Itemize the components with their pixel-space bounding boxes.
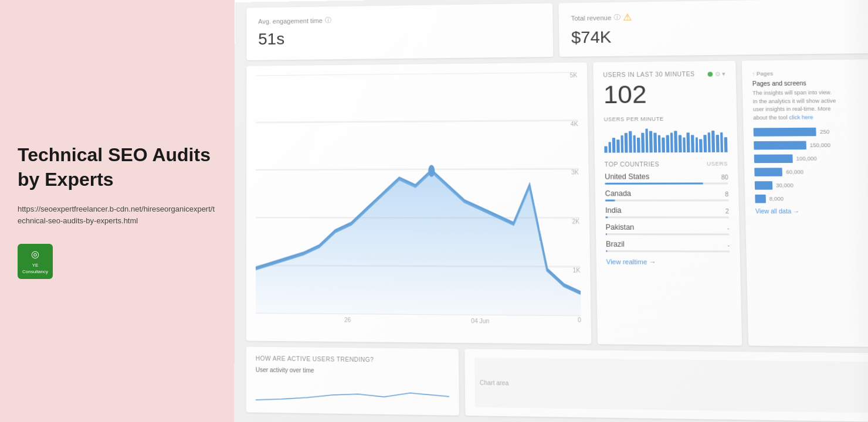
click-here-link[interactable]: click here [789, 114, 813, 120]
bar-mini-item [695, 137, 699, 152]
bar-mini-item [645, 128, 649, 152]
bar-mini-item [608, 142, 611, 153]
country-row: India 2 [605, 206, 729, 219]
bar-mini-item [670, 133, 674, 153]
bar-mini-item [666, 135, 670, 152]
bar-mini-item [633, 135, 636, 153]
h-bar [755, 195, 765, 203]
warning-icon: ⚠ [623, 12, 632, 23]
metric-value-engagement: 51s [258, 26, 541, 49]
logo-text: YE Consultancy [18, 262, 53, 275]
country-bar-bg [605, 199, 729, 201]
bar-mini-item [612, 138, 615, 153]
country-name: India [605, 206, 622, 215]
logo-icon: ◎ [31, 248, 39, 261]
metric-label-engagement: Avg. engagement time ⓘ [258, 13, 541, 26]
horizontal-bars: 250 150,000 100,000 60,000 30,000 8,000 [754, 127, 868, 203]
country-row: United States 80 [605, 172, 728, 185]
per-minute-bar-chart [604, 125, 728, 152]
left-panel: Technical SEO Audits by Experts https://… [0, 0, 235, 422]
bar-mini-item [641, 133, 645, 152]
view-realtime-link[interactable]: View realtime → [606, 258, 730, 266]
h-bar [754, 141, 806, 150]
bar-mini-item [674, 131, 678, 152]
chart-panel: 5K 4K 3K 2K 1K 0 [246, 62, 592, 344]
country-bar-bg [606, 233, 730, 235]
metric-value-revenue: $74K [571, 25, 868, 47]
country-count: - [727, 242, 730, 249]
horizontal-bar-row: 150,000 [754, 141, 868, 149]
main-content: 5K 4K 3K 2K 1K 0 [240, 59, 868, 347]
metric-card-revenue: Total revenue ⓘ ⚠ $74K [558, 0, 868, 57]
horizontal-bar-row: 8,000 [755, 195, 868, 203]
right-panel-subtitle: Pages and screens [752, 79, 868, 87]
h-bar [755, 181, 772, 190]
bar-mini-item [691, 135, 694, 152]
country-bar-fill [606, 233, 607, 235]
bar-mini-item [699, 139, 702, 152]
realtime-panel: USERS IN LAST 30 MINUTES ⊙ ▾ 102 USERS P… [593, 61, 742, 346]
svg-line-0 [256, 72, 577, 76]
right-panel-title: ↑ Pages [752, 69, 868, 77]
dashboard-container: Avg. engagement time ⓘ 51s Total revenue… [234, 0, 868, 422]
metric-label-revenue: Total revenue ⓘ ⚠ [571, 8, 867, 23]
bar-mini-item [649, 131, 653, 152]
chart-x-labels: 26 04 Jun [256, 316, 581, 325]
view-all-link[interactable]: View all data → [755, 208, 868, 215]
metric-card-engagement: Avg. engagement time ⓘ 51s [246, 4, 553, 60]
country-name: Brazil [606, 240, 625, 249]
country-name: United States [605, 172, 649, 181]
bar-mini-item [616, 139, 619, 152]
bar-mini-item [662, 137, 665, 152]
live-indicator [707, 72, 713, 76]
h-bar-container: 100,000 [754, 154, 868, 163]
h-bar-value: 60,000 [786, 169, 803, 175]
country-count: 2 [725, 208, 729, 215]
bar-mini-item [703, 135, 707, 152]
chart-area [256, 72, 581, 316]
h-bar-value: 150,000 [810, 142, 831, 148]
bar-mini-item [683, 137, 686, 152]
country-bar-fill [605, 216, 608, 218]
line-chart-svg [256, 72, 581, 316]
bar-mini-item [716, 135, 720, 152]
country-bar-fill [605, 182, 703, 184]
logo-badge: ◎ YE Consultancy [18, 244, 53, 279]
bottom-card-2: Chart area [464, 349, 868, 422]
h-bar [754, 128, 816, 137]
country-row: Canada 8 [605, 189, 729, 202]
bar-mini-item [629, 131, 632, 152]
page-url: https://seoexpertfreelancer.b-cdn.net/hi… [18, 203, 217, 226]
page-title: Technical SEO Audits by Experts [18, 143, 217, 192]
country-bar-fill [606, 250, 607, 252]
horizontal-bar-row: 60,000 [754, 168, 868, 176]
h-bar-container: 250 [754, 127, 868, 137]
h-bar [754, 168, 782, 176]
bar-mini-item [653, 133, 657, 153]
bar-mini-item [679, 135, 682, 152]
bottom-chart-area [256, 373, 449, 411]
h-bar-container: 150,000 [754, 141, 868, 149]
country-row: Pakistan - [605, 223, 729, 236]
bottom-section: HOW ARE ACTIVE USERS TRENDING? User acti… [240, 347, 868, 422]
svg-line-2 [256, 169, 579, 170]
country-bar-fill [605, 199, 615, 201]
bottom-card-title: HOW ARE ACTIVE USERS TRENDING? [256, 355, 449, 364]
country-bar-bg [606, 250, 730, 253]
countries-list: United States 80 Canada 8 India 2 Pakist… [605, 172, 730, 253]
realtime-options[interactable]: ⊙ ▾ [715, 70, 726, 77]
country-count: 80 [721, 174, 728, 181]
country-bar-bg [605, 216, 729, 218]
bar-mini-item [625, 133, 628, 152]
bar-mini-item [707, 132, 711, 152]
info-icon-2: ⓘ [613, 13, 621, 22]
bar-mini-item [604, 147, 607, 153]
metrics-row: Avg. engagement time ⓘ 51s Total revenue… [240, 0, 868, 60]
dashboard-panel: Avg. engagement time ⓘ 51s Total revenue… [234, 0, 868, 422]
top-countries-label: TOP COUNTRIES USERS [605, 161, 728, 168]
h-bar-value: 8,000 [769, 196, 784, 202]
bar-mini-item [621, 135, 623, 153]
country-count: 8 [725, 191, 728, 198]
country-name: Pakistan [605, 223, 634, 232]
country-count: - [727, 225, 730, 232]
